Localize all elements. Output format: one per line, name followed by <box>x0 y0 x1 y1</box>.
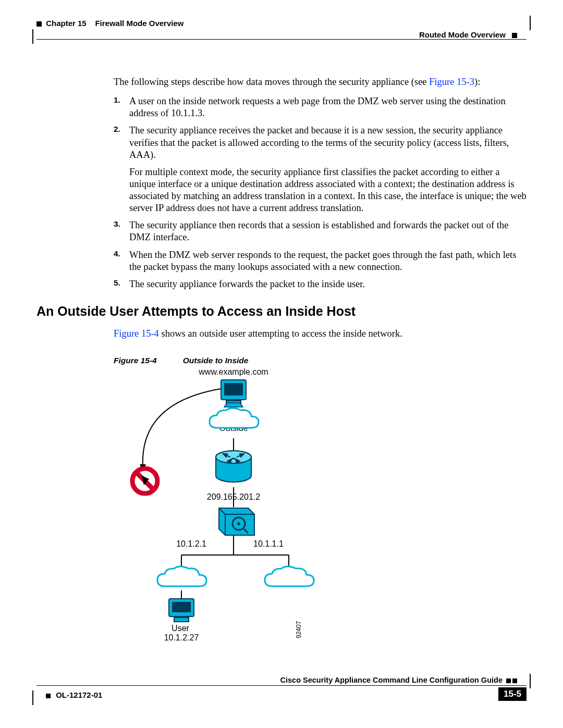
footer-rule <box>36 685 527 686</box>
figure-caption: Figure 15-4Outside to Inside <box>114 356 527 365</box>
square-bullet-icon <box>46 694 51 698</box>
header-rule <box>36 39 527 40</box>
step-text: The security appliance forwards the pack… <box>129 279 365 289</box>
header-tick-left <box>32 29 33 44</box>
chapter-label: Chapter 15 <box>46 19 87 28</box>
step-1: 1. A user on the inside network requests… <box>114 95 527 119</box>
lead-post: shows an outside user attempting to acce… <box>159 328 402 339</box>
footer-doc-id: OL-12172-01 <box>46 690 102 699</box>
step-text: When the DMZ web server responds to the … <box>129 250 516 272</box>
step-number: 5. <box>114 278 120 288</box>
step-text: The security appliance then records that… <box>129 220 508 242</box>
figure-caption-title: Outside to Inside <box>183 356 249 365</box>
doc-id-text: OL-12172-01 <box>56 690 102 699</box>
user-pc-icon <box>169 599 194 622</box>
step-subparagraph: For multiple context mode, the security … <box>129 166 527 215</box>
header-tick-right <box>530 16 531 30</box>
square-bullet-icon <box>506 678 511 683</box>
figure-15-3-link[interactable]: Figure 15-3 <box>429 77 474 87</box>
cloud-inside-icon <box>157 566 206 586</box>
intro-text-pre: The following steps describe how data mo… <box>114 77 429 87</box>
figure-caption-number: Figure 15-4 <box>114 356 157 365</box>
section-title: Routed Mode Overview <box>419 30 506 39</box>
figure-15-4: www.example.com Outside 209.165.201.2 10… <box>114 367 385 675</box>
prohibited-icon <box>132 468 157 493</box>
header-right: Routed Mode Overview <box>419 30 517 39</box>
firewall-icon <box>219 508 254 535</box>
step-number: 1. <box>114 95 120 105</box>
guide-title-text: Cisco Security Appliance Command Line Co… <box>280 676 503 684</box>
cloud-dmz-icon <box>265 566 314 586</box>
cloud-outside-icon <box>210 408 259 428</box>
body-text: The following steps describe how data mo… <box>114 76 527 290</box>
network-diagram-svg <box>114 367 385 675</box>
steps-list: 1. A user on the inside network requests… <box>114 95 527 290</box>
footer-page-number: 15-5 <box>498 687 527 701</box>
square-bullet-icon <box>512 33 517 38</box>
step-number: 2. <box>114 125 120 134</box>
svg-rect-30 <box>174 618 189 622</box>
header-left: Chapter 15 Firewall Mode Overview <box>36 19 183 28</box>
step-text: The security appliance receives the pack… <box>129 125 509 159</box>
footer-tick-left <box>32 690 33 705</box>
page-footer: Cisco Security Appliance Command Line Co… <box>36 685 527 709</box>
intro-paragraph: The following steps describe how data mo… <box>114 76 527 88</box>
chapter-title: Firewall Mode Overview <box>95 19 183 28</box>
svg-rect-29 <box>172 602 191 612</box>
step-number: 3. <box>114 219 120 229</box>
page-header: Chapter 15 Firewall Mode Overview Routed… <box>36 19 527 40</box>
footer-guide-title: Cisco Security Appliance Command Line Co… <box>280 676 518 684</box>
step-5: 5. The security appliance forwards the p… <box>114 278 527 290</box>
section-heading: An Outside User Attempts to Access an In… <box>36 304 527 319</box>
step-2: 2. The security appliance receives the p… <box>114 125 527 214</box>
figure-15-4-link[interactable]: Figure 15-4 <box>114 328 159 339</box>
intro-text-post: ): <box>474 77 480 87</box>
host-icon <box>221 380 246 407</box>
router-icon <box>216 451 251 482</box>
square-bullet-icon <box>512 678 517 683</box>
square-bullet-icon <box>36 21 42 27</box>
step-text: A user on the inside network requests a … <box>129 96 506 118</box>
step-3: 3. The security appliance then records t… <box>114 219 527 243</box>
step-4: 4. When the DMZ web server responds to t… <box>114 249 527 273</box>
svg-rect-13 <box>224 383 243 396</box>
svg-point-26 <box>237 522 240 525</box>
step-number: 4. <box>114 249 120 258</box>
svg-point-16 <box>216 451 251 463</box>
section-lead: Figure 15-4 shows an outside user attemp… <box>114 328 527 339</box>
footer-tick-right <box>530 674 531 688</box>
